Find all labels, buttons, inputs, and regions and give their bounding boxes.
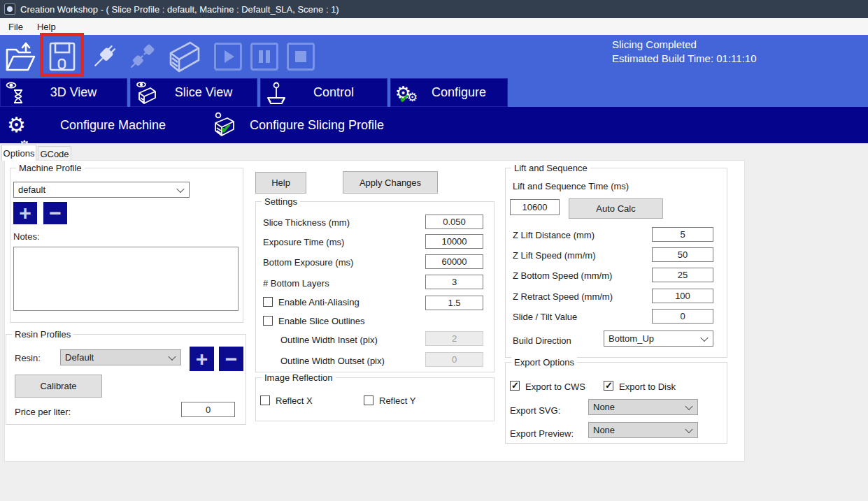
control-joystick-icon (261, 81, 292, 105)
subnav-label: Configure Slicing Profile (250, 118, 384, 133)
build-direction-select[interactable]: Bottom_Up (604, 331, 713, 347)
slice-thickness-input[interactable] (425, 215, 483, 229)
open-folder-icon (5, 41, 36, 73)
toolbar: Slicing Completed Estimated Build Time: … (0, 35, 868, 78)
connect-button[interactable] (88, 41, 120, 73)
slice-button[interactable] (166, 39, 203, 74)
reflect-x-checkbox[interactable] (260, 395, 270, 405)
resin-label: Resin: (15, 353, 41, 363)
play-icon (214, 43, 242, 71)
bottom-exposure-label: Bottom Exposure (ms) (263, 257, 353, 268)
bottom-exposure-input[interactable] (425, 254, 483, 269)
exposure-time-label: Exposure Time (ms) (263, 237, 344, 247)
anti-aliasing-value-input[interactable] (425, 296, 483, 310)
menu-bar: File Help (0, 18, 868, 35)
button-label: Auto Calc (596, 203, 635, 214)
tab-control[interactable]: Control (260, 78, 387, 107)
subnav-configure-machine[interactable]: ⚙⚙ Configure Machine (7, 107, 166, 143)
chevron-down-icon (700, 333, 708, 341)
z-lift-speed-input[interactable] (652, 247, 713, 262)
open-file-button[interactable] (5, 41, 36, 73)
export-to-disk-label: Export to Disk (619, 382, 676, 392)
z-lift-distance-input[interactable] (652, 227, 713, 242)
bottom-layers-input[interactable] (425, 275, 483, 289)
price-per-liter-input[interactable] (181, 402, 235, 417)
plus-icon: + (196, 349, 208, 370)
machine-profile-select[interactable]: default (13, 182, 190, 198)
group-legend: Image Reflection (262, 372, 336, 383)
auto-calc-button[interactable]: Auto Calc (569, 198, 663, 219)
menu-file[interactable]: File (0, 18, 30, 35)
selected-value: Default (65, 352, 94, 363)
slice-cake-icon (166, 39, 203, 74)
export-svg-select[interactable]: None (588, 399, 698, 415)
play-button[interactable] (214, 43, 242, 71)
tab-label: Control (292, 85, 387, 100)
chevron-down-icon (685, 402, 692, 409)
tab-slice-view[interactable]: Slice View (130, 78, 257, 107)
chevron-down-icon (168, 352, 176, 360)
export-svg-label: Export SVG: (510, 405, 560, 416)
tab-configure[interactable]: ⚙⚙ ✔ Configure (390, 78, 508, 107)
export-preview-select[interactable]: None (588, 422, 698, 438)
selected-value: None (593, 402, 615, 412)
export-to-disk-checkbox[interactable] (604, 381, 613, 391)
content-area: Options GCode Machine Profile default + … (0, 143, 868, 501)
stop-icon (287, 43, 315, 71)
lift-sequence-time-input[interactable] (510, 199, 560, 215)
tab-options[interactable]: Options (1, 145, 36, 161)
export-options-group: Export Options Export to CWS Export to D… (505, 362, 727, 444)
build-direction-label: Build Direction (513, 335, 571, 346)
export-to-cws-checkbox[interactable] (510, 381, 520, 391)
selected-value: Bottom_Up (609, 333, 654, 344)
disconnect-button[interactable] (126, 41, 158, 73)
apply-changes-button[interactable]: Apply Changes (343, 171, 438, 194)
connect-plug-icon (88, 41, 120, 73)
bottom-layers-label: # Bottom Layers (263, 278, 329, 289)
reflect-y-checkbox[interactable] (364, 395, 373, 405)
enable-anti-aliasing-checkbox[interactable] (263, 297, 273, 307)
green-check-icon: ✔ (220, 121, 232, 137)
remove-machine-profile-button[interactable]: − (43, 202, 67, 224)
outline-outset-input (425, 352, 483, 367)
enable-slice-outlines-checkbox[interactable] (263, 316, 273, 326)
tab-label: Slice View (162, 85, 257, 100)
slide-tilt-value-label: Slide / Tilt Value (513, 312, 577, 322)
subnav-configure-slicing-profile[interactable]: ✔ Configure Slicing Profile (212, 107, 384, 143)
status-line-2: Estimated Build Time: 01:11:10 (612, 52, 757, 66)
configure-gears-icon: ⚙⚙ ✔ (391, 82, 422, 103)
z-bottom-speed-input[interactable] (652, 268, 713, 282)
save-button[interactable] (49, 42, 76, 71)
menu-help[interactable]: Help (30, 18, 63, 35)
save-floppy-icon (49, 42, 76, 71)
notes-textarea[interactable] (13, 247, 239, 311)
image-reflection-group: Image Reflection Reflect X Reflect Y (255, 377, 495, 421)
group-legend: Resin Profiles (12, 329, 73, 340)
z-retract-speed-label: Z Retract Speed (mm/m) (513, 291, 613, 302)
slicing-profile-icon: ✔ (212, 112, 240, 138)
slide-tilt-value-input[interactable] (652, 309, 713, 324)
tab-3d-view[interactable]: 3D View (0, 78, 127, 107)
reflect-y-label: Reflect Y (379, 395, 416, 406)
z-retract-speed-input[interactable] (652, 289, 713, 303)
reflect-x-label: Reflect X (276, 395, 313, 406)
calibrate-button[interactable]: Calibrate (15, 375, 102, 398)
resin-select[interactable]: Default (60, 349, 181, 365)
selected-value: default (18, 184, 45, 195)
remove-resin-button[interactable]: − (219, 347, 243, 371)
stop-button[interactable] (287, 43, 315, 71)
chevron-down-icon (685, 425, 692, 433)
slice-thickness-label: Slice Thickness (mm) (263, 217, 350, 228)
help-button[interactable]: Help (255, 172, 306, 194)
tab-gcode[interactable]: GCode (38, 146, 71, 161)
group-legend: Settings (262, 196, 300, 207)
add-machine-profile-button[interactable]: + (13, 202, 37, 224)
enable-anti-aliasing-label: Enable Anti-Aliasing (278, 297, 360, 307)
exposure-time-input[interactable] (425, 234, 483, 249)
button-label: Calibrate (40, 381, 76, 391)
notes-label: Notes: (13, 231, 40, 242)
window-title: Creation Workshop - ( Slice Profile : de… (20, 4, 339, 15)
add-resin-button[interactable]: + (190, 347, 214, 371)
main-tab-bar: 3D View Slice View Control ⚙⚙ ✔ Confi (0, 78, 868, 107)
pause-button[interactable] (250, 43, 278, 71)
